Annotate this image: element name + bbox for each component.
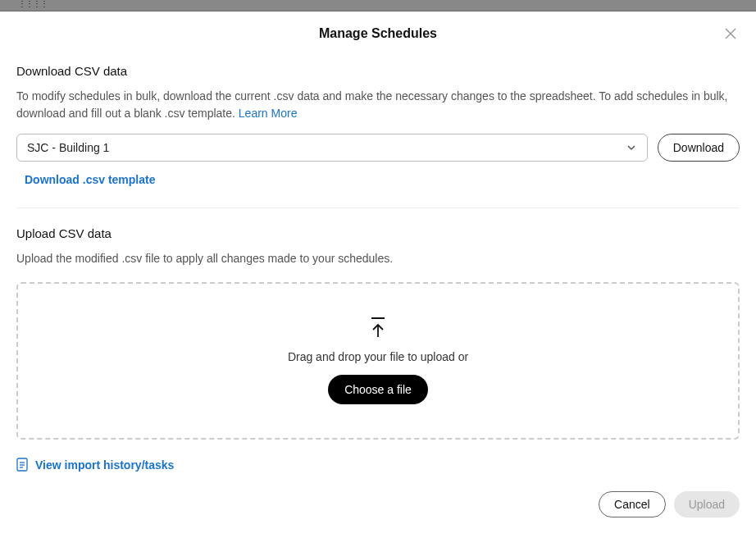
close-icon (724, 27, 737, 40)
view-import-history-link[interactable]: View import history/tasks (16, 458, 740, 472)
building-select-value: SJC - Building 1 (27, 141, 109, 154)
close-button[interactable] (722, 25, 740, 43)
upload-section-description: Upload the modified .csv file to apply a… (16, 250, 740, 267)
document-icon (16, 458, 29, 472)
dropzone-text: Drag and drop your file to upload or (288, 350, 468, 363)
learn-more-link[interactable]: Learn More (239, 107, 298, 120)
upload-button[interactable]: Upload (674, 491, 740, 517)
upload-section-heading: Upload CSV data (16, 226, 740, 240)
cancel-button[interactable]: Cancel (599, 491, 666, 517)
download-template-link[interactable]: Download .csv template (25, 173, 740, 186)
upload-icon (370, 317, 386, 339)
file-dropzone[interactable]: Drag and drop your file to upload or Cho… (16, 282, 740, 440)
section-divider (16, 207, 740, 208)
chevron-down-icon (626, 142, 637, 153)
background-window-decoration: ⋮⋮⋮⋮ (0, 0, 756, 8)
download-button[interactable]: Download (658, 134, 740, 162)
manage-schedules-modal: Manage Schedules Download CSV data To mo… (0, 11, 756, 534)
choose-file-button[interactable]: Choose a file (328, 375, 428, 404)
download-section-heading: Download CSV data (16, 64, 740, 78)
view-import-history-label: View import history/tasks (35, 458, 174, 472)
building-select[interactable]: SJC - Building 1 (16, 134, 648, 162)
modal-title: Manage Schedules (16, 26, 740, 41)
download-section-description: To modify schedules in bulk, download th… (16, 88, 740, 122)
